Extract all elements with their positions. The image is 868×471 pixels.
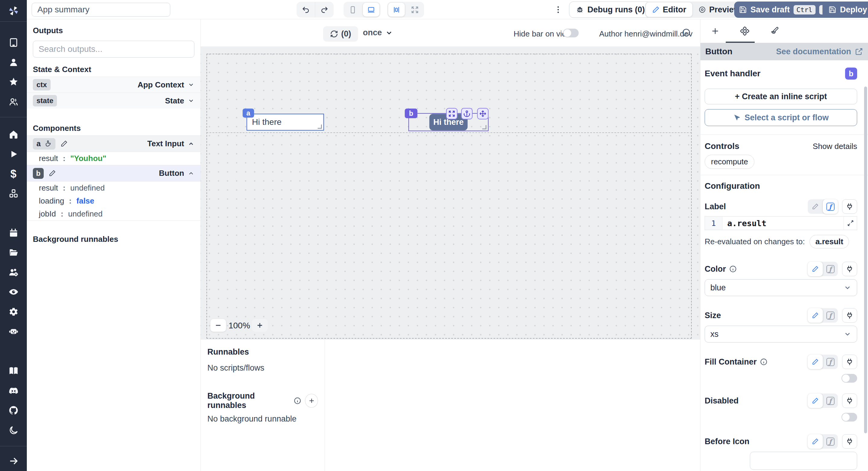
search-outputs-input[interactable] (33, 41, 194, 58)
template-fx-icon[interactable]: ƒ (823, 393, 838, 408)
chevron-down-icon[interactable] (188, 97, 194, 104)
connect-plug-icon[interactable] (842, 355, 857, 369)
static-pencil-icon[interactable] (808, 262, 823, 276)
move-icon[interactable] (477, 108, 489, 119)
schedules-calendar-icon[interactable] (0, 223, 27, 243)
dollar-icon[interactable]: $ (0, 164, 27, 184)
add-background-runnable-button[interactable] (305, 394, 318, 408)
zoom-out-button[interactable] (210, 319, 226, 332)
ctx-row[interactable]: ctx App Context (27, 77, 200, 93)
folder-open-icon[interactable] (0, 242, 27, 262)
runnables-column: Runnables No scripts/flows Background ru… (201, 340, 325, 471)
users-icon[interactable] (0, 92, 27, 112)
create-inline-script-button[interactable]: + Create an inline script (705, 89, 857, 104)
label-code-editor[interactable]: 1 a.result (705, 216, 857, 230)
github-icon[interactable] (0, 401, 27, 421)
anchor-icon[interactable] (461, 108, 472, 119)
label-code-value[interactable]: a.result (722, 218, 767, 228)
see-documentation-link[interactable]: See documentation (776, 47, 863, 56)
users-cog-icon[interactable] (0, 262, 27, 282)
state-row[interactable]: state State (27, 93, 200, 109)
mobile-view-button[interactable] (344, 2, 362, 18)
resize-handle[interactable] (482, 125, 487, 129)
expand-component-icon[interactable] (446, 108, 458, 119)
center-layout-button[interactable] (388, 3, 405, 17)
connect-plug-icon[interactable] (842, 393, 857, 408)
reeval-dependency-chip[interactable]: a.result (809, 235, 849, 248)
disabled-toggle[interactable] (841, 413, 857, 421)
select-script-button[interactable]: Select a script or flow (705, 109, 857, 126)
connect-plug-icon[interactable] (842, 308, 857, 323)
docs-book-icon[interactable] (0, 361, 27, 381)
deploy-button[interactable]: Deploy (823, 1, 868, 18)
workspace-building-icon[interactable] (0, 33, 27, 53)
component-a-badge[interactable]: a (33, 138, 56, 150)
app-canvas[interactable]: a Hi there b Hi there 100% (201, 47, 700, 339)
app-summary-input[interactable] (32, 3, 170, 17)
show-details-link[interactable]: Show details (813, 142, 857, 151)
save-draft-button[interactable]: Save draft Ctrl S (734, 1, 834, 18)
home-icon[interactable] (0, 124, 27, 144)
static-pencil-icon[interactable] (808, 393, 823, 408)
chevron-up-icon[interactable] (188, 170, 194, 177)
boxes-icon[interactable] (0, 184, 27, 204)
user-icon[interactable] (0, 53, 27, 72)
dark-mode-moon-icon[interactable] (0, 420, 27, 440)
edit-pencil-icon[interactable] (49, 170, 56, 177)
canvas-component-a-badge[interactable]: a (243, 109, 254, 118)
recompute-chip[interactable]: recompute (705, 155, 754, 169)
component-b-row[interactable]: b Button (27, 165, 200, 181)
styling-brush-tab[interactable] (760, 19, 789, 43)
expand-editor-icon[interactable] (844, 216, 857, 230)
redo-button[interactable] (315, 2, 334, 18)
template-fx-icon[interactable]: ƒ (823, 262, 838, 276)
edit-pencil-icon[interactable] (60, 140, 68, 147)
static-pencil-icon[interactable] (808, 355, 823, 369)
windmill-logo[interactable] (0, 0, 27, 22)
desktop-view-button[interactable] (363, 3, 379, 17)
fullwidth-layout-button[interactable] (406, 2, 424, 18)
more-menu-button[interactable] (553, 4, 564, 16)
info-icon[interactable] (682, 28, 691, 37)
component-a-row[interactable]: a Text Input (27, 136, 200, 152)
state-context-title: State & Context (33, 65, 194, 74)
template-fx-icon[interactable]: ƒ (823, 434, 838, 449)
editor-tab[interactable]: Editor (646, 2, 692, 17)
static-pencil-icon[interactable] (808, 308, 823, 323)
scrollbar-thumb[interactable] (864, 87, 867, 433)
event-handler-badge[interactable]: b (845, 67, 857, 80)
star-icon[interactable] (0, 72, 27, 92)
debug-runs-button[interactable]: Debug runs (0) (569, 1, 652, 18)
canvas-component-a-textinput[interactable]: Hi there (247, 114, 324, 130)
fill-container-toggle[interactable] (841, 374, 857, 383)
canvas-component-b-badge[interactable]: b (405, 109, 417, 118)
connect-plug-icon[interactable] (842, 262, 857, 276)
connect-plug-icon[interactable] (842, 434, 857, 449)
color-select[interactable]: blue (705, 279, 857, 296)
chevron-down-icon[interactable] (385, 29, 393, 37)
chevron-up-icon[interactable] (188, 141, 194, 147)
component-settings-tab[interactable] (730, 19, 760, 43)
add-component-tab[interactable] (701, 19, 730, 43)
chevron-down-icon[interactable] (188, 81, 194, 88)
refresh-mode-label[interactable]: once (363, 28, 382, 37)
expand-sidebar-arrow-icon[interactable] (0, 451, 27, 471)
refresh-button[interactable]: (0) (323, 26, 358, 41)
static-pencil-icon[interactable] (808, 199, 823, 214)
resize-handle[interactable] (318, 124, 322, 129)
template-fx-icon[interactable]: ƒ (823, 308, 838, 323)
runs-play-icon[interactable] (0, 144, 27, 164)
discord-icon[interactable] (0, 381, 27, 401)
hide-bar-toggle[interactable] (563, 29, 579, 37)
gear-icon[interactable] (0, 302, 27, 322)
template-fx-icon[interactable]: ƒ (823, 355, 838, 369)
static-pencil-icon[interactable] (808, 434, 823, 449)
size-select[interactable]: xs (705, 326, 857, 343)
robot-icon[interactable] (0, 321, 27, 341)
eye-icon[interactable] (0, 282, 27, 302)
connect-plug-icon[interactable] (842, 199, 857, 214)
before-icon-input[interactable] (750, 452, 857, 470)
undo-button[interactable] (297, 2, 315, 18)
zoom-in-button[interactable] (252, 319, 268, 332)
template-fx-icon[interactable]: ƒ (823, 199, 838, 214)
